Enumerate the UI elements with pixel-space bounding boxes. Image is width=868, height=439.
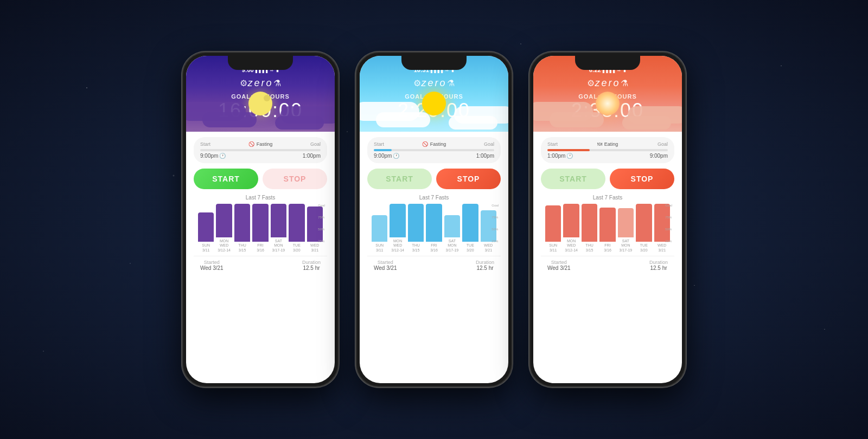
phone-day-start-button[interactable]: START <box>367 169 432 189</box>
clock-icon-day: 🕐 <box>393 153 399 159</box>
label-night-3: FRI3/16 <box>257 243 264 253</box>
phone-day-app-header: ⚙ zero ⚗ <box>405 78 463 93</box>
pct-goal: Goal <box>318 204 325 207</box>
bar-day-3 <box>426 204 442 242</box>
phone-night-notch <box>228 56 293 70</box>
phone-day-fasting-progress-fill <box>374 149 392 151</box>
phone-sunset-start-label: Start <box>547 141 558 147</box>
phone-sunset: 6:22 ▐▐▐▐ ≋ ▮ ⚙ zero ⚗ GOAL: 16 HOURS 2:… <box>529 51 686 388</box>
phone-day-gear-icon[interactable]: ⚙ <box>413 78 421 88</box>
phone-night-pct-labels: Goal 75% 50% 25% <box>318 204 325 243</box>
pct-75-sunset: 75% <box>665 216 672 219</box>
phone-day-flask-icon[interactable]: ⚗ <box>447 78 455 88</box>
pct-75-day: 75% <box>492 216 499 219</box>
pct-50-sunset: 50% <box>665 228 672 231</box>
phone-day-button-row: START STOP <box>367 169 501 189</box>
bar-sunset-5 <box>636 204 652 242</box>
phone-sunset-clouds <box>533 96 682 132</box>
phone-night-fasting-center: 🚫 Fasting <box>248 141 273 147</box>
phone-night-flask-icon[interactable]: ⚗ <box>273 78 281 88</box>
label-sunset-5: TUE3/20 <box>640 243 648 253</box>
phone-sunset-bottom-info: Started Wed 3/21 Duration 12.5 hr <box>541 256 674 274</box>
bar-day-4 <box>444 215 460 237</box>
phone-night-chart-section: Last 7 Fasts SUN3/11 MONWED3/12-14 <box>194 195 327 253</box>
chart-sunset-bar-3: FRI3/16 <box>599 204 615 253</box>
phone-night-button-row: START STOP <box>194 169 327 189</box>
phone-day-fasting-progress-track <box>374 149 494 151</box>
phone-day-started-col: Started Wed 3/21 <box>374 260 397 271</box>
phone-sunset-chart: SUN3/11 MONWED3/12-14 THU3/15 <box>543 204 672 253</box>
phone-night-bottom-info: Started Wed 3/21 Duration 12.5 hr <box>194 256 327 274</box>
phone-night-started-col: Started Wed 3/21 <box>200 260 224 271</box>
phone-sunset-mode-label: Eating <box>604 141 618 147</box>
bar-sunset-2 <box>582 204 597 242</box>
chart-day-bar-1: MONWED3/12-14 <box>390 204 405 253</box>
phone-night-inner: 9:00 ▐▐▐▐ ≋ ▮ ⚙ zero ⚗ GOAL: 16 HOURS <box>186 56 335 383</box>
phone-sunset-goal-label: Goal <box>658 141 668 147</box>
chart-day-bar-5: TUE3/20 <box>462 204 478 253</box>
label-sunset-6: WED3/21 <box>658 243 666 253</box>
bar-day-5 <box>462 204 478 242</box>
pct-25-day: 25% <box>492 240 499 243</box>
phone-sunset-controls: Start 🍽 Eating Goal 1:00pm 🕐 <box>533 132 682 280</box>
phone-day-started-label: Started <box>374 260 397 265</box>
phone-night-start-button[interactable]: START <box>194 169 258 189</box>
phone-day-inner: 10:31 ▐▐▐▐ ≋ ▮ ⚙ zero ⚗ GOAL: 16 HOURS 2… <box>360 56 508 383</box>
phone-night-controls: Start 🚫 Fasting Goal 9:00pm 🕐 <box>186 132 335 280</box>
phone-day-duration-value: 12.5 hr <box>476 265 494 271</box>
label-night-5: TUE3/20 <box>293 243 301 253</box>
label-sunset-1: MONWED3/12-14 <box>565 239 578 253</box>
phone-sunset-start-button[interactable]: START <box>541 169 605 189</box>
bar-night-2 <box>234 204 250 242</box>
phone-night-stop-button[interactable]: STOP <box>263 169 327 189</box>
bar-sunset-1 <box>563 204 579 237</box>
label-sunset-2: THU3/15 <box>585 243 593 253</box>
chart-night-bar-3: FRI3/16 <box>252 204 268 253</box>
bar-night-5 <box>289 204 304 242</box>
phone-day-started-value: Wed 3/21 <box>374 265 397 271</box>
phone-sunset-stop-button[interactable]: STOP <box>610 169 674 189</box>
phone-night-chart-title: Last 7 Fasts <box>196 195 325 201</box>
label-night-0: SUN3/11 <box>202 243 210 253</box>
phone-night-started-value: Wed 3/21 <box>200 265 224 271</box>
phone-sunset-pct-labels: Goal 75% 50% 25% <box>665 204 672 243</box>
cloud-day-4 <box>449 116 497 130</box>
phone-sunset-started-label: Started <box>547 260 571 265</box>
chart-day-bar-2: THU3/15 <box>408 204 424 253</box>
phone-day-duration-label: Duration <box>476 260 494 265</box>
phone-day-stop-button[interactable]: STOP <box>436 169 501 189</box>
chart-day-bar-4: SATMON3/17-19 <box>444 204 460 253</box>
label-sunset-0: SUN3/11 <box>549 243 557 253</box>
phone-night-fasting-header: Start 🚫 Fasting Goal <box>200 141 321 147</box>
chart-sunset-bar-5: TUE3/20 <box>636 204 652 253</box>
label-sunset-4: SATMON3/17-19 <box>620 239 633 253</box>
phone-sunset-flask-icon[interactable]: ⚗ <box>621 78 628 88</box>
phone-day-fasting-bar: Start 🚫 Fasting Goal 9:00pm 🕐 <box>367 137 501 163</box>
phone-night-duration-col: Duration 12.5 hr <box>302 260 321 271</box>
pct-50: 50% <box>318 228 325 231</box>
phone-sunset-duration-label: Duration <box>649 260 668 265</box>
phone-day-chart-wrapper: SUN3/11 MONWED3/12-14 THU3/15 <box>369 204 499 253</box>
pct-25-sunset: 25% <box>665 240 672 243</box>
phone-day-goal-time: 1:00pm <box>476 153 494 159</box>
label-night-1: MONWED3/12-14 <box>218 239 231 253</box>
phone-sunset-app-header: ⚙ zero ⚗ <box>578 78 636 93</box>
bar-night-3 <box>252 204 268 242</box>
chart-day-bar-3: FRI3/16 <box>426 204 442 253</box>
pct-goal-day: Goal <box>492 204 499 207</box>
no-eating-icon-day: 🚫 <box>422 141 428 147</box>
pct-75: 75% <box>318 216 325 219</box>
clock-icon-sunset: 🕐 <box>566 153 573 159</box>
phone-sunset-gear-icon[interactable]: ⚙ <box>587 78 595 88</box>
phone-day-chart: SUN3/11 MONWED3/12-14 THU3/15 <box>369 204 499 253</box>
phone-day-mode-label: Fasting <box>430 141 446 147</box>
phone-day-bottom-info: Started Wed 3/21 Duration 12.5 hr <box>367 256 501 274</box>
phone-sunset-logo: zero <box>595 78 620 89</box>
phone-sunset-fasting-bar: Start 🍽 Eating Goal 1:00pm 🕐 <box>541 137 674 163</box>
bar-day-0 <box>372 215 387 242</box>
phone-night-duration-value: 12.5 hr <box>302 265 321 271</box>
phone-night-gear-icon[interactable]: ⚙ <box>240 78 247 88</box>
bar-night-4 <box>271 204 286 237</box>
phone-sunset-chart-wrapper: SUN3/11 MONWED3/12-14 THU3/15 <box>543 204 672 253</box>
phone-sunset-button-row: START STOP <box>541 169 674 189</box>
